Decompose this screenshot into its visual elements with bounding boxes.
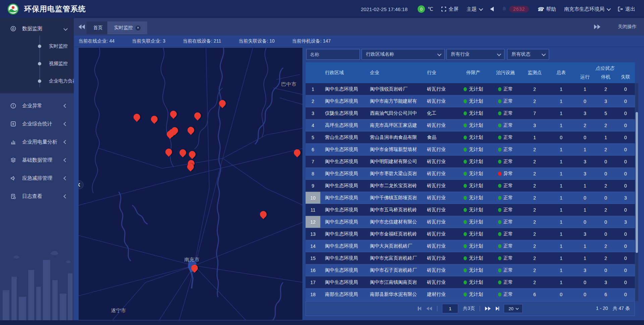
theme-dropdown[interactable]: 主题 [467, 6, 482, 12]
cell-total-meters: 1 [548, 168, 575, 179]
sidebar-item-video-monitor[interactable]: 视频监控 [40, 55, 74, 72]
cell-industry: 食品 [422, 131, 457, 143]
table-row[interactable]: 9阆中生态环境局阆中市二龙长宝页岩砖砖瓦行业无计划正常21120 [306, 180, 635, 192]
sidebar: 数据监测 实时监控 视频监控 企业电力负荷明细 [0, 18, 74, 320]
name-search-input[interactable] [306, 49, 360, 60]
sidebar-item-emergency-reduction[interactable]: 应急减排管理 [0, 169, 74, 187]
col-stopped: 停机 [595, 74, 616, 80]
cell-industry: 砖瓦行业 [422, 276, 457, 288]
cell-total-meters: 0 [548, 288, 575, 300]
status-dot [464, 244, 467, 248]
cell-stopped: 1 [595, 131, 616, 143]
sidebar-item-enterprise-abnormal[interactable]: 企业异常 [0, 97, 74, 115]
table-row[interactable]: 6阆中生态环境局阆中市金博瑞新型墙材砖瓦行业无计划正常21120 [306, 144, 635, 156]
cell-stop-limit: 无计划 [457, 252, 489, 264]
table-row[interactable]: 15阆中生态环境局阆中市光富页岩机砖厂砖瓦行业无计划正常21120 [306, 252, 635, 264]
cell-stopped: 2 [595, 240, 616, 252]
table-row[interactable]: 12阆中生态环境局阆中市忠信建材有限公砖瓦行业无计划正常21003 [306, 216, 635, 228]
close-operations-button[interactable]: 关闭操作 [618, 24, 637, 30]
scroll-tabs-left-icon[interactable] [78, 24, 85, 29]
cell-index: 2 [306, 95, 320, 107]
scrollbar-thumb[interactable] [636, 112, 638, 253]
map-panel[interactable]: 巴中市南充市遂宁市 [78, 47, 303, 320]
status-dot [464, 196, 467, 200]
cell-company: 阆中市石子页岩机砖厂 [365, 264, 422, 276]
table-row[interactable]: 5营山生态环境局营山县润丰肉食品有限食品无计划正常10010 [306, 131, 635, 144]
chevron-left-icon [63, 122, 68, 126]
cell-region: 阆中生态环境局 [320, 228, 365, 240]
help-button[interactable]: 帮助 [537, 6, 556, 12]
cell-running: 0 [575, 192, 595, 204]
cell-running: 2 [575, 119, 595, 131]
status-dot [464, 268, 467, 272]
logout-button[interactable]: 退出 [618, 6, 635, 12]
table-row[interactable]: 7阆中生态环境局阆中明阳建材有限公司砖瓦行业无计划正常21300 [306, 156, 635, 168]
table-row[interactable]: 11阆中生态环境局阆中市五马桥页岩机砖砖瓦行业无计划正常21120 [306, 204, 635, 216]
table-row[interactable]: 18南部生态环境局南部县新华水泥有限公建材行业无计划正常60060 [306, 288, 635, 301]
table-row[interactable]: 14阆中生态环境局阆中大兴页岩机砖厂砖瓦行业无计划正常21120 [306, 240, 635, 252]
cell-index: 15 [306, 252, 320, 264]
cell-region: 阆中生态环境局 [320, 156, 365, 167]
prev-page-button[interactable] [426, 307, 432, 311]
notifications-button[interactable]: 2632 [502, 6, 529, 12]
last-page-button[interactable] [495, 307, 499, 311]
cell-company: 阆中市二龙长宝页岩砖 [365, 180, 422, 192]
next-page-button[interactable] [485, 307, 491, 311]
tab-home[interactable]: 首页 [87, 21, 109, 34]
chevron-left-icon [63, 176, 68, 180]
cell-company: 阆中大兴页岩机砖厂 [365, 240, 422, 252]
table-row[interactable]: 10阆中生态环境局阆中千佛镇五郎垭页岩砖瓦行业无计划正常21003 [306, 192, 635, 204]
cell-monitor-points: 7 [522, 107, 548, 119]
status-dot [464, 99, 467, 103]
speaker-mute-icon [490, 7, 494, 11]
cell-company: 阆中市光富页岩机砖厂 [365, 252, 422, 264]
table-row[interactable]: 8阆中生态环境局阆中市枣碧大梁山页岩砖瓦行业无计划异常21300 [306, 168, 635, 180]
cell-pollution-facility: 正常 [489, 83, 522, 95]
cell-stopped: 0 [595, 264, 616, 276]
close-tab-icon[interactable]: × [136, 25, 141, 31]
status-select[interactable]: 所有状态 [507, 49, 549, 60]
col-stop-limit: 停限产 [457, 62, 489, 83]
mute-button[interactable] [490, 7, 494, 11]
cell-stop-limit: 无计划 [457, 276, 489, 288]
cell-stop-limit: 无计划 [457, 288, 489, 300]
org-dropdown[interactable]: 南充市生态环境局 [564, 6, 610, 12]
cell-stop-limit: 无计划 [457, 216, 489, 228]
sidebar-item-log-view[interactable]: 日志查看 [0, 187, 74, 205]
sidebar-item-base-data[interactable]: 基础数据管理 [0, 151, 74, 169]
tab-realtime-monitor[interactable]: 实时监控 × [107, 21, 147, 34]
page-number-input[interactable] [442, 304, 458, 313]
logout-icon [618, 7, 623, 11]
table-row[interactable]: 3仪陇生态环境局西南油气田分公司川中化工无计划正常71350 [306, 107, 635, 119]
cell-disconnected: 0 [616, 107, 635, 119]
table-row[interactable]: 13阆中生态环境局阆中市金福旺页岩机砖砖瓦行业无计划正常21300 [306, 228, 635, 240]
cell-total-meters: 1 [548, 156, 575, 167]
sidebar-item-enterprise-stats[interactable]: 企业综合统计 [0, 115, 74, 133]
cell-region: 阆中生态环境局 [320, 95, 365, 107]
col-index [306, 62, 320, 83]
fullscreen-button[interactable]: 全屏 [441, 6, 459, 12]
table-row[interactable]: 2阆中生态环境局阆中市南方节能建材有砖瓦行业无计划正常21030 [306, 95, 635, 107]
cell-industry: 砖瓦行业 [422, 192, 457, 204]
table-row[interactable]: 16阆中生态环境局阆中市石子页岩机砖厂砖瓦行业无计划正常21300 [306, 264, 635, 276]
table-scrollbar[interactable] [635, 83, 638, 301]
table-row[interactable]: 17阆中生态环境局阆中市江南镇阆南页岩砖瓦行业无计划正常21030 [306, 276, 635, 288]
cell-running: 1 [575, 144, 595, 155]
region-select[interactable]: 行政区域名称 [362, 49, 445, 60]
cell-disconnected: 0 [616, 288, 635, 300]
sidebar-item-realtime-monitor[interactable]: 实时监控 [40, 38, 74, 55]
table-row[interactable]: 4高坪生态环境局南充市高坪区王家店建砖瓦行业无计划正常31220 [306, 119, 635, 131]
cell-stopped: 0 [595, 192, 616, 204]
industry-select[interactable]: 所有行业 [446, 49, 504, 60]
page-size-select[interactable]: 20 [504, 304, 523, 313]
cell-stop-limit: 无计划 [457, 156, 489, 167]
sidebar-item-data-monitoring[interactable]: 数据监测 [0, 19, 74, 38]
status-dot [464, 148, 467, 152]
sidebar-item-power-load-detail[interactable]: 企业电力负荷明细 [40, 72, 74, 90]
scroll-tabs-right-icon[interactable] [594, 24, 600, 29]
cell-company: 阆中市五马桥页岩机砖 [365, 204, 422, 216]
table-row[interactable]: 1阆中生态环境局阆中强锐页岩砖厂砖瓦行业无计划正常21120 [306, 83, 635, 95]
sidebar-item-power-analysis[interactable]: 企业用电量分析 [0, 133, 74, 151]
first-page-button[interactable] [418, 307, 422, 311]
cell-industry: 砖瓦行业 [422, 228, 457, 240]
